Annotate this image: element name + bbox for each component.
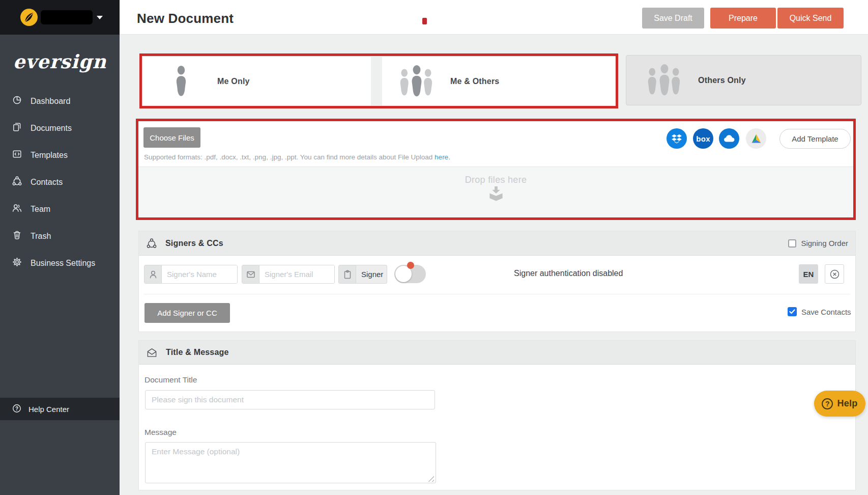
option-label: Me & Others bbox=[450, 77, 499, 86]
choose-files-button[interactable]: Choose Files bbox=[143, 127, 200, 148]
language-badge[interactable]: EN bbox=[799, 264, 818, 284]
save-contacts-checkbox[interactable] bbox=[788, 307, 797, 316]
dropbox-icon[interactable] bbox=[667, 128, 687, 149]
signers-icon bbox=[146, 238, 157, 249]
signing-order-label: Signing Order bbox=[801, 239, 848, 248]
people-group-icon bbox=[645, 64, 684, 97]
sidebar-item-label: Dashboard bbox=[31, 97, 70, 106]
sidebar-item-documents[interactable]: Documents bbox=[0, 115, 120, 142]
check-icon bbox=[789, 309, 795, 314]
signer-name-input[interactable] bbox=[162, 265, 237, 283]
people-group-icon bbox=[397, 65, 436, 98]
sidebar-item-label: Trash bbox=[31, 232, 51, 241]
add-signer-button[interactable]: Add Signer or CC bbox=[144, 303, 230, 323]
prepare-button[interactable]: Prepare bbox=[710, 8, 776, 29]
help-center-label: Help Center bbox=[28, 405, 69, 414]
onedrive-icon[interactable] bbox=[719, 128, 739, 149]
account-name-redacted bbox=[41, 10, 93, 24]
dashboard-icon bbox=[12, 95, 22, 107]
page-title: New Document bbox=[137, 11, 234, 26]
sidebar-item-contacts[interactable]: Contacts bbox=[0, 169, 120, 196]
sidebar: eversign Dashboard Documents bbox=[0, 0, 120, 495]
signer-role-value: Signer bbox=[356, 265, 383, 283]
contacts-icon bbox=[12, 176, 22, 188]
sidebar-item-label: Business Settings bbox=[31, 259, 95, 268]
upload-panel: Choose Files Supported formats: .pdf, .d… bbox=[138, 121, 853, 217]
option-me-only[interactable]: Me Only bbox=[143, 57, 371, 105]
account-switcher[interactable] bbox=[0, 0, 120, 35]
message-textarea[interactable] bbox=[145, 442, 436, 483]
sidebar-item-label: Documents bbox=[31, 124, 72, 133]
sidebar-item-help-center[interactable]: ? Help Center bbox=[0, 398, 120, 420]
message-label: Message bbox=[144, 428, 177, 437]
signers-section-title: Signers & CCs bbox=[165, 239, 223, 248]
document-title-label: Document Title bbox=[144, 375, 197, 384]
eversign-logo-icon bbox=[20, 9, 38, 26]
sidebar-item-business-settings[interactable]: Business Settings bbox=[0, 250, 120, 277]
signer-email-input[interactable] bbox=[259, 265, 334, 283]
help-button-label: Help bbox=[837, 398, 857, 409]
chevron-down-icon bbox=[97, 16, 103, 19]
templates-icon bbox=[12, 149, 22, 161]
drop-zone[interactable]: Drop files here bbox=[138, 167, 853, 217]
signer-auth-status: Signer authentication disabled bbox=[514, 269, 623, 278]
sidebar-item-dashboard[interactable]: Dashboard bbox=[0, 88, 120, 115]
envelope-icon bbox=[242, 265, 259, 283]
file-upload-help-link[interactable]: here. bbox=[435, 153, 450, 161]
signer-email-field bbox=[242, 265, 335, 284]
save-draft-button[interactable]: Save Draft bbox=[642, 8, 704, 29]
sidebar-item-templates[interactable]: Templates bbox=[0, 142, 120, 169]
supported-formats-text: Supported formats: .pdf, .docx, .txt, .p… bbox=[144, 153, 450, 161]
title-message-header: Title & Message bbox=[139, 341, 855, 365]
document-title-input[interactable] bbox=[145, 390, 435, 409]
upload-toolbar: Choose Files Supported formats: .pdf, .d… bbox=[138, 121, 853, 167]
box-icon[interactable]: box bbox=[693, 128, 713, 149]
box-logo-text: box bbox=[696, 134, 710, 143]
save-contacts-label: Save Contacts bbox=[801, 308, 851, 316]
sidebar-item-label: Team bbox=[31, 205, 50, 214]
title-message-section: Title & Message Document Title Message bbox=[138, 340, 856, 490]
save-contacts-control: Save Contacts bbox=[788, 307, 851, 316]
help-button[interactable]: ? Help bbox=[814, 391, 865, 417]
remove-signer-button[interactable] bbox=[825, 264, 844, 284]
eversign-wordmark: eversign bbox=[0, 50, 120, 73]
title-message-title: Title & Message bbox=[166, 348, 229, 357]
trash-icon bbox=[12, 230, 22, 242]
envelope-open-icon bbox=[146, 347, 158, 358]
eversign-new-document-page: eversign Dashboard Documents bbox=[0, 0, 868, 495]
signer-name-field bbox=[144, 265, 238, 284]
option-label: Others Only bbox=[698, 76, 746, 85]
annotation-red-dot bbox=[422, 18, 427, 24]
question-mark-icon: ? bbox=[822, 398, 833, 409]
option-others-only[interactable]: Others Only bbox=[626, 55, 861, 105]
option-me-and-others[interactable]: Me & Others bbox=[382, 57, 616, 105]
signer-role-select[interactable]: Signer bbox=[338, 265, 387, 284]
person-icon bbox=[175, 66, 188, 97]
signing-order-control: Signing Order bbox=[788, 239, 849, 248]
sidebar-item-label: Contacts bbox=[31, 178, 63, 187]
drop-box-icon bbox=[487, 185, 505, 202]
sidebar-item-label: Templates bbox=[31, 151, 68, 160]
documents-icon bbox=[12, 122, 22, 134]
drop-files-text: Drop files here bbox=[138, 175, 853, 185]
sidebar-item-trash[interactable]: Trash bbox=[0, 223, 120, 250]
help-circle-icon: ? bbox=[12, 403, 22, 415]
sidebar-nav: Dashboard Documents Temp bbox=[0, 88, 120, 277]
clipboard-icon bbox=[339, 265, 356, 283]
sidebar-item-team[interactable]: Team bbox=[0, 196, 120, 223]
top-bar: New Document Save Draft Prepare Quick Se… bbox=[120, 0, 868, 35]
google-drive-icon[interactable] bbox=[746, 128, 766, 149]
add-template-button[interactable]: Add Template bbox=[779, 129, 851, 149]
svg-text:?: ? bbox=[15, 405, 18, 411]
signing-order-checkbox[interactable] bbox=[788, 239, 796, 248]
signers-section-header: Signers & CCs Signing Order bbox=[139, 231, 855, 256]
row-divider bbox=[144, 294, 850, 294]
quick-send-button[interactable]: Quick Send bbox=[777, 8, 844, 29]
signer-auth-toggle[interactable] bbox=[394, 265, 426, 283]
supported-formats-label: Supported formats: .pdf, .docx, .txt, .p… bbox=[144, 153, 432, 161]
person-icon bbox=[144, 265, 162, 283]
circle-x-icon bbox=[829, 269, 840, 280]
gear-icon bbox=[12, 257, 22, 269]
option-label: Me Only bbox=[217, 77, 250, 86]
signers-section: Signers & CCs Signing Order bbox=[138, 231, 856, 332]
